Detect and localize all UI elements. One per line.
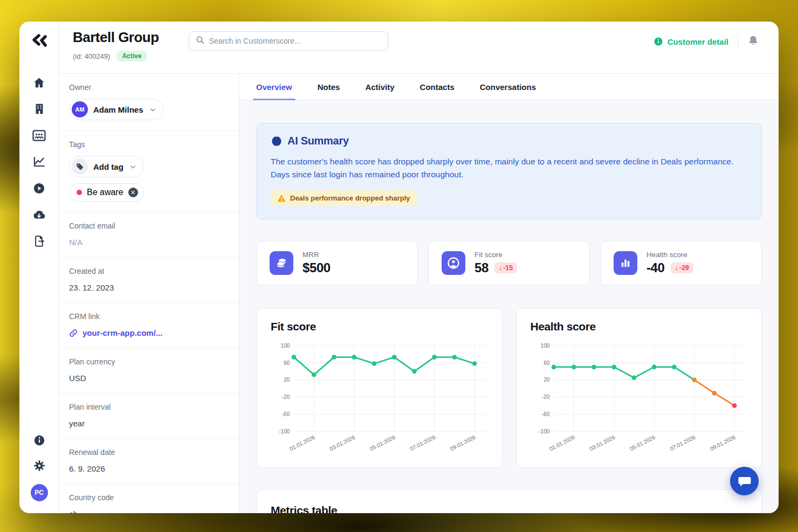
metric-card-fit-score: Fit score 58 ↓-15	[428, 241, 590, 285]
field-crm-link: CRM link your-crm-app.com/...	[59, 303, 239, 348]
top-bar: Bartell Group (id: 400249) Active Custom…	[59, 22, 779, 74]
metric-value: $500	[302, 260, 331, 275]
customer-detail-button[interactable]: Customer detail	[653, 37, 728, 46]
metric-cards-row: MRR $500 Fit score 58	[256, 241, 762, 285]
owner-label: Owner	[69, 83, 229, 92]
search-input[interactable]	[209, 37, 381, 45]
charts-row: Fit score 1006020-20-60-10001.01.202603.…	[256, 308, 762, 468]
divider	[738, 34, 738, 49]
ai-summary-card: AI Summary The customer's health score h…	[256, 123, 762, 219]
svg-text:-20: -20	[282, 394, 290, 400]
svg-text:-20: -20	[541, 394, 549, 400]
chart-title: Fit score	[271, 320, 488, 333]
svg-text:-60: -60	[541, 411, 549, 417]
tag-color-dot	[77, 190, 82, 195]
svg-text:-60: -60	[282, 411, 290, 417]
company-icon[interactable]	[32, 102, 46, 116]
svg-text:07.01.2026: 07.01.2026	[669, 434, 696, 452]
tab-contacts[interactable]: Contacts	[420, 74, 455, 100]
app-logo-icon[interactable]	[30, 32, 49, 52]
svg-text:01.01.2026: 01.01.2026	[548, 434, 576, 452]
user-avatar[interactable]: PC	[31, 484, 48, 501]
search-input-wrap[interactable]	[189, 31, 388, 51]
svg-text:03.01.2026: 03.01.2026	[329, 434, 356, 452]
tab-activity[interactable]: Activity	[365, 74, 394, 100]
rail-nav	[32, 75, 46, 248]
field-label: Contact email	[69, 222, 229, 230]
svg-text:100: 100	[540, 343, 549, 349]
field-value: year	[69, 419, 229, 428]
metrics-table-card: Metrics table	[256, 489, 762, 513]
add-tag-label: Add tag	[93, 162, 123, 171]
field-value: N/A	[69, 238, 229, 247]
crm-link[interactable]: your-crm-app.com/...	[69, 328, 229, 337]
owner-select[interactable]: AM Adam Milnes	[69, 99, 164, 120]
ai-logo-icon	[271, 135, 283, 147]
field-label: CRM link	[69, 312, 229, 321]
svg-text:09.01.2026: 09.01.2026	[709, 434, 737, 452]
chevron-down-icon	[149, 106, 157, 114]
metric-delta-badge: ↓-15	[494, 262, 517, 273]
search-icon	[196, 36, 204, 46]
svg-text:07.01.2026: 07.01.2026	[409, 434, 437, 452]
svg-text:60: 60	[544, 360, 550, 366]
chat-launcher-button[interactable]	[730, 467, 759, 495]
svg-text:09.01.2026: 09.01.2026	[449, 434, 477, 452]
tag-be-aware: Be aware ✕	[69, 183, 144, 202]
settings-gear-icon[interactable]	[32, 459, 46, 473]
notifications-bell-icon[interactable]	[747, 34, 759, 49]
bar-chart-icon	[614, 251, 637, 275]
field-country-code: Country code ch	[59, 484, 239, 513]
metric-card-health-score: Health score -40 ↓-29	[600, 241, 762, 285]
tags-section: Tags Add tag Be aware ✕	[59, 131, 239, 212]
svg-text:01.01.2026: 01.01.2026	[288, 434, 316, 452]
field-plan-currency: Plan currency USD	[59, 348, 239, 393]
svg-text:05.01.2026: 05.01.2026	[369, 434, 396, 452]
field-value: 23. 12. 2023	[69, 283, 229, 292]
export-icon[interactable]	[32, 234, 46, 248]
owner-name: Adam Milnes	[93, 105, 143, 114]
tab-overview[interactable]: Overview	[256, 74, 292, 100]
tag-icon	[72, 158, 88, 175]
customer-id: (id: 400249)	[73, 52, 110, 60]
metric-value: 58	[474, 260, 489, 275]
field-label: Created at	[69, 267, 229, 275]
add-tag-button[interactable]: Add tag	[69, 156, 144, 177]
fit-score-chart: 1006020-20-60-10001.01.202603.01.202605.…	[271, 338, 488, 460]
home-icon[interactable]	[32, 75, 46, 89]
owner-avatar: AM	[72, 101, 88, 118]
page-title: Bartell Group	[73, 29, 189, 46]
info-icon[interactable]	[32, 433, 46, 447]
metric-label: Fit score	[474, 251, 517, 259]
warning-triangle-icon	[277, 194, 286, 202]
ai-warning-text: Deals performance dropped sharply	[290, 194, 410, 202]
tab-notes[interactable]: Notes	[318, 74, 340, 100]
metric-label: MRR	[302, 251, 331, 259]
trends-icon[interactable]	[32, 155, 46, 169]
playbooks-icon[interactable]	[32, 181, 46, 195]
cloud-sync-icon[interactable]	[32, 208, 46, 222]
remove-tag-icon[interactable]: ✕	[128, 188, 138, 197]
chart-title: Health score	[531, 320, 748, 333]
svg-text:-100: -100	[279, 429, 290, 434]
ai-summary-title: AI Summary	[287, 135, 349, 147]
customer-detail-label: Customer detail	[668, 37, 728, 46]
info-green-icon	[653, 37, 663, 46]
field-label: Country code	[69, 493, 229, 502]
health-score-chart: 1006020-20-60-10001.01.202603.01.202605.…	[531, 338, 748, 460]
arrow-down-icon: ↓	[675, 264, 678, 272]
metrics-table-title: Metrics table	[271, 504, 747, 513]
rail-bottom: PC	[31, 433, 48, 501]
arrow-down-icon: ↓	[499, 264, 502, 272]
field-created-at: Created at 23. 12. 2023	[59, 258, 239, 303]
ai-summary-body: The customer's health score has dropped …	[271, 155, 734, 181]
coins-icon	[270, 251, 293, 275]
tags-label: Tags	[69, 140, 229, 149]
fit-score-chart-card: Fit score 1006020-20-60-10001.01.202603.…	[256, 308, 503, 468]
customers-icon[interactable]	[32, 128, 46, 142]
person-circle-icon	[442, 251, 465, 275]
tab-conversations[interactable]: Conversations	[480, 74, 536, 100]
metric-card-mrr: MRR $500	[256, 241, 418, 285]
field-renewal-date: Renewal date 6. 9. 2026	[59, 439, 239, 484]
status-badge: Active	[116, 51, 147, 61]
